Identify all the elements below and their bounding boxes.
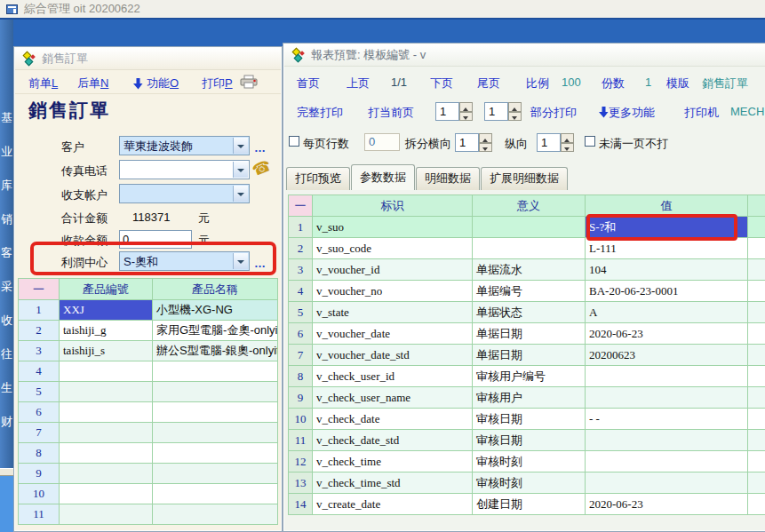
value-cell[interactable]: 2020-06-23 <box>586 323 748 345</box>
row-number-cell[interactable]: 2 <box>19 321 60 341</box>
product-code-cell[interactable] <box>60 361 153 382</box>
combo-arrow-icon[interactable] <box>233 253 248 269</box>
rows-per-page-checkbox[interactable] <box>289 136 299 147</box>
sidebar-module-tab[interactable]: 收 <box>1 314 13 326</box>
combo-arrow-icon[interactable] <box>233 186 248 202</box>
sidebar-module-tab[interactable]: 库 <box>1 179 13 191</box>
product-code-cell[interactable] <box>60 423 153 443</box>
product-name-cell[interactable] <box>153 484 278 504</box>
meaning-cell[interactable]: 单据日期 <box>473 323 586 345</box>
value-cell[interactable] <box>586 472 748 494</box>
product-code-cell[interactable] <box>60 402 153 423</box>
product-name-cell[interactable] <box>153 382 278 402</box>
row-number-cell[interactable]: 11 <box>19 504 60 525</box>
sidebar-module-tab[interactable]: 业 <box>1 146 13 157</box>
combo-arrow-icon[interactable] <box>233 162 248 178</box>
row-number-cell[interactable]: 4 <box>289 281 313 302</box>
profit-center-combobox[interactable]: S-奧和 <box>119 251 250 271</box>
sidebar-module-tab[interactable]: 采 <box>1 281 13 292</box>
identifier-cell[interactable]: v_voucher_no <box>313 281 473 302</box>
value-cell[interactable] <box>586 430 748 451</box>
row-number-cell[interactable]: 2 <box>289 238 313 259</box>
value-cell[interactable]: 20200623 <box>586 345 748 366</box>
value-cell[interactable]: 2020-06-23 <box>586 494 748 515</box>
row-number-cell[interactable]: 6 <box>289 323 313 345</box>
prev-order-menu[interactable]: 前单L <box>28 75 58 91</box>
row-number-cell[interactable]: 10 <box>19 484 60 504</box>
identifier-cell[interactable]: v_voucher_date <box>313 323 473 345</box>
product-name-cell[interactable]: 家用G型電腦-金奧-onlyit <box>153 321 278 341</box>
row-number-cell[interactable]: 1 <box>289 217 313 238</box>
row-number-cell[interactable]: 5 <box>289 302 313 323</box>
row-number-cell[interactable]: 13 <box>289 472 313 494</box>
fax-combobox[interactable] <box>119 160 250 179</box>
product-code-cell[interactable]: taishiji_g <box>60 321 153 341</box>
row-number-cell[interactable]: 5 <box>19 382 60 402</box>
next-page-button[interactable]: 下页 <box>430 75 453 91</box>
meaning-cell[interactable]: 单据流水 <box>473 259 586 281</box>
meaning-cell[interactable]: 单据编号 <box>473 281 586 302</box>
product-name-cell[interactable] <box>153 402 278 423</box>
next-order-menu[interactable]: 后单N <box>77 75 108 91</box>
value-cell[interactable]: BA-20-06-23-0001 <box>586 281 748 302</box>
spin-up-icon[interactable] <box>561 133 574 143</box>
meaning-cell[interactable]: 单据日期 <box>473 345 586 366</box>
report-tab[interactable]: 明细数据 <box>416 167 480 190</box>
spin-down-icon[interactable] <box>459 112 473 122</box>
rows-per-page-input[interactable]: 0 <box>364 133 400 151</box>
spin-up-icon[interactable] <box>459 102 473 112</box>
copies-value[interactable]: 1 <box>645 75 651 89</box>
identifier-cell[interactable]: v_suo <box>313 217 473 238</box>
spin-down-icon[interactable] <box>508 112 522 122</box>
meaning-cell[interactable]: 审核用户编号 <box>473 366 586 387</box>
identifier-cell[interactable]: v_check_user_id <box>313 366 473 387</box>
product-name-cell[interactable] <box>153 504 278 525</box>
page-to-spinner[interactable]: 1 <box>484 102 522 121</box>
row-number-cell[interactable]: 7 <box>289 345 313 366</box>
meaning-cell[interactable]: 创建日期 <box>473 494 586 515</box>
row-number-cell[interactable]: 1 <box>19 300 60 321</box>
functions-menu[interactable]: 功能O <box>133 75 179 91</box>
value-cell[interactable]: 104 <box>586 259 748 281</box>
page-from-spinner[interactable]: 1 <box>435 102 473 121</box>
identifier-cell[interactable]: v_voucher_id <box>313 259 473 281</box>
no-partial-page-checkbox[interactable] <box>585 136 595 147</box>
printer-label[interactable]: 打印机 <box>684 105 719 121</box>
spin-down-icon[interactable] <box>561 143 574 153</box>
split-horizontal-spinner[interactable]: 1 <box>455 133 492 152</box>
print-current-page-button[interactable]: 打当前页 <box>368 105 414 121</box>
identifier-cell[interactable]: v_suo_code <box>313 238 473 259</box>
account-combobox[interactable] <box>119 184 250 203</box>
identifier-cell[interactable]: v_check_user_name <box>313 387 473 409</box>
product-code-cell[interactable] <box>60 464 153 484</box>
customer-combobox[interactable]: 華東捷波裝飾 <box>119 136 250 155</box>
meaning-cell[interactable]: 审核日期 <box>473 430 586 451</box>
row-number-cell[interactable]: 4 <box>19 361 60 382</box>
product-name-cell[interactable] <box>153 443 278 464</box>
product-code-cell[interactable] <box>60 443 153 464</box>
value-cell[interactable] <box>586 451 748 472</box>
sidebar-module-tab[interactable]: 基 <box>1 112 13 123</box>
row-number-cell[interactable]: 8 <box>289 366 313 387</box>
prev-page-button[interactable]: 上页 <box>347 75 370 91</box>
row-number-cell[interactable]: 14 <box>289 494 313 515</box>
report-window-titlebar[interactable]: 報表預覽: 模板編號 - v <box>284 44 765 67</box>
meaning-cell[interactable]: 单据状态 <box>473 302 586 323</box>
meaning-cell[interactable]: 审核用户 <box>473 387 586 409</box>
sidebar-module-tab[interactable]: 客 <box>1 247 13 258</box>
value-cell[interactable] <box>586 366 748 387</box>
printer-icon[interactable] <box>240 75 258 91</box>
profit-center-more-button[interactable]: … <box>254 257 267 270</box>
spin-down-icon[interactable] <box>479 143 492 153</box>
product-code-cell[interactable] <box>60 484 153 504</box>
spin-up-icon[interactable] <box>479 133 492 143</box>
sidebar-module-tab[interactable]: 往 <box>1 348 13 360</box>
value-cell[interactable]: A <box>586 302 748 323</box>
row-number-cell[interactable]: 10 <box>289 409 313 430</box>
product-code-cell[interactable] <box>60 504 153 525</box>
spin-up-icon[interactable] <box>508 102 522 112</box>
row-number-cell[interactable]: 7 <box>19 423 60 443</box>
received-amount-input[interactable] <box>119 230 192 249</box>
report-tab[interactable]: 打印预览 <box>286 167 350 190</box>
value-cell[interactable]: S-?和 <box>586 217 748 238</box>
